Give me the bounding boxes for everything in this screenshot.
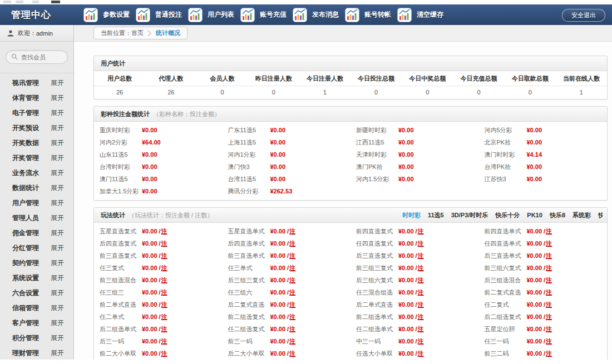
sidebar-item[interactable]: 开奖管理 展开 <box>0 151 73 166</box>
play-unit-link[interactable]: 注 <box>418 274 424 286</box>
sidebar-item[interactable]: 视讯管理 展开 <box>0 76 73 91</box>
play-stats-tab[interactable]: 11选5 <box>428 208 444 222</box>
nav-item[interactable]: 账号转帐 <box>345 8 391 22</box>
sidebar-item[interactable]: 数据统计 展开 <box>0 181 73 196</box>
play-name: 后四直选单式 <box>228 237 270 250</box>
nav-item[interactable]: 普通投注 <box>136 8 182 22</box>
play-unit-link[interactable]: 注 <box>546 225 552 237</box>
play-stats-tab[interactable]: PK10 <box>527 208 542 222</box>
play-unit-link[interactable]: 注 <box>418 347 424 360</box>
sidebar-item[interactable]: 系统设置 展开 <box>0 271 73 286</box>
sidebar-item-label: 数据统计 <box>12 183 39 193</box>
play-unit-link[interactable]: 注 <box>418 298 424 311</box>
play-unit-link[interactable]: 注 <box>418 311 424 323</box>
sidebar-item[interactable]: 分红管理 展开 <box>0 241 73 256</box>
play-unit-link[interactable]: 注 <box>546 335 552 347</box>
play-amount: ¥0.00 / <box>398 250 417 262</box>
sidebar-item[interactable]: 开奖数据 展开 <box>0 136 73 151</box>
play-unit-link[interactable]: 注 <box>546 298 552 311</box>
sidebar-item[interactable]: 电子管理 展开 <box>0 106 73 121</box>
sidebar-item[interactable]: 六合设置 展开 <box>0 286 73 301</box>
play-unit-link[interactable]: 注 <box>289 262 295 274</box>
play-stat-item: 后三直选单式 ¥0.00 / 注 <box>479 250 608 262</box>
sidebar-item[interactable]: 理财管理 展开 <box>0 346 73 360</box>
play-stats-tab[interactable]: 快3 <box>598 208 603 222</box>
play-unit-link[interactable]: 注 <box>289 298 295 311</box>
sidebar-item[interactable]: 积分管理 展开 <box>0 331 73 346</box>
play-amount: ¥0.00 / <box>398 335 417 347</box>
play-stats-tab[interactable]: 时时彩 <box>402 208 421 222</box>
play-unit-link[interactable]: 注 <box>418 323 424 335</box>
play-unit-link[interactable]: 注 <box>161 237 167 250</box>
sidebar-item[interactable]: 管理人员 展开 <box>0 211 73 226</box>
play-stats-tab[interactable]: 3D/P3/时时乐 <box>451 208 488 222</box>
sidebar-item[interactable]: 开奖预设 展开 <box>0 121 73 136</box>
sidebar-item[interactable]: 佣金管理 展开 <box>0 226 73 241</box>
play-unit-link[interactable]: 注 <box>546 286 552 298</box>
play-name: 前二组选复式 <box>228 311 270 323</box>
play-stat-item: 后二单式直选 ¥0.00 / 注 <box>351 298 479 311</box>
play-unit-link[interactable]: 注 <box>161 274 167 286</box>
play-stats-tab[interactable]: 快乐8 <box>550 208 565 222</box>
play-stat-item: 任三复式 ¥0.00 / 注 <box>94 262 223 274</box>
play-unit-link[interactable]: 注 <box>418 250 424 262</box>
play-stat-item: 后三直选复式 ¥0.00 / 注 <box>351 250 479 262</box>
nav-item[interactable]: 参数设置 <box>83 8 130 22</box>
play-unit-link[interactable]: 注 <box>161 250 167 262</box>
sidebar-item[interactable]: 用户管理 展开 <box>0 196 73 211</box>
user-stats-value-cell: 1 <box>556 86 607 99</box>
breadcrumb-home[interactable]: 首页 <box>131 29 144 37</box>
play-unit-link[interactable]: 注 <box>161 347 167 360</box>
play-unit-link[interactable]: 注 <box>161 335 167 347</box>
play-unit-link[interactable]: 注 <box>289 274 295 286</box>
play-unit-link[interactable]: 注 <box>289 311 295 323</box>
nav-item[interactable]: 账号充值 <box>240 8 287 22</box>
play-unit-link[interactable]: 注 <box>289 250 295 262</box>
play-unit-link[interactable]: 注 <box>289 286 295 298</box>
play-unit-link[interactable]: 注 <box>161 298 167 311</box>
play-unit-link[interactable]: 注 <box>546 274 552 286</box>
sidebar-item[interactable]: 客户管理 展开 <box>0 316 73 331</box>
play-unit-link[interactable]: 注 <box>546 237 552 250</box>
play-unit-link[interactable]: 注 <box>161 286 167 298</box>
play-stats-tab[interactable]: 系统彩 <box>572 208 591 222</box>
play-unit-link[interactable]: 注 <box>546 347 552 360</box>
play-unit-link[interactable]: 注 <box>418 225 424 237</box>
play-unit-link[interactable]: 注 <box>289 237 295 250</box>
play-stat-item: 前三组选混合 ¥0.00 / 注 <box>94 274 223 286</box>
play-name: 前四直选单式 <box>485 225 527 237</box>
play-stats-subtitle: （玩法统计：投注金额 / 注数） <box>129 212 213 218</box>
play-unit-link[interactable]: 注 <box>161 323 167 335</box>
play-unit-link[interactable]: 注 <box>418 286 424 298</box>
play-unit-link[interactable]: 注 <box>546 250 552 262</box>
play-unit-link[interactable]: 注 <box>546 262 552 274</box>
play-unit-link[interactable]: 注 <box>161 262 167 274</box>
play-unit-link[interactable]: 注 <box>418 237 424 250</box>
play-unit-link[interactable]: 注 <box>289 225 295 237</box>
sidebar-item[interactable]: 体育管理 展开 <box>0 91 73 106</box>
play-unit-link[interactable]: 注 <box>546 323 552 335</box>
logout-button[interactable]: 安全退出 <box>562 9 605 22</box>
play-unit-link[interactable]: 注 <box>161 311 167 323</box>
play-unit-link[interactable]: 注 <box>418 262 424 274</box>
search-input[interactable] <box>21 54 65 61</box>
sidebar-item[interactable]: 信箱管理 展开 <box>0 301 73 316</box>
play-amount: ¥0.00 / <box>398 347 417 360</box>
play-unit-link[interactable]: 注 <box>161 225 167 237</box>
play-unit-link[interactable]: 注 <box>289 335 295 347</box>
sidebar-item[interactable]: 业务流水 展开 <box>0 166 73 181</box>
play-unit-link[interactable]: 注 <box>289 323 295 335</box>
sidebar-item[interactable]: 契约管理 展开 <box>0 256 73 271</box>
nav-item[interactable]: 发布消息 <box>293 8 339 22</box>
play-unit-link[interactable]: 注 <box>289 347 295 360</box>
lottery-amount: ¥0.00 <box>398 148 414 161</box>
nav-item[interactable]: 用户列表 <box>188 8 234 22</box>
play-name: 任二单式 <box>100 311 142 323</box>
play-unit-link[interactable]: 注 <box>546 311 552 323</box>
play-stat-item: 后四直选复式 ¥0.00 / 注 <box>94 237 223 250</box>
breadcrumb-current[interactable]: 统计概况 <box>156 29 180 37</box>
play-stats-tab[interactable]: 快乐十分 <box>495 208 520 222</box>
nav-item[interactable]: 清空缓存 <box>397 8 443 22</box>
play-name: 中三一码 <box>356 335 398 347</box>
play-unit-link[interactable]: 注 <box>418 335 424 347</box>
